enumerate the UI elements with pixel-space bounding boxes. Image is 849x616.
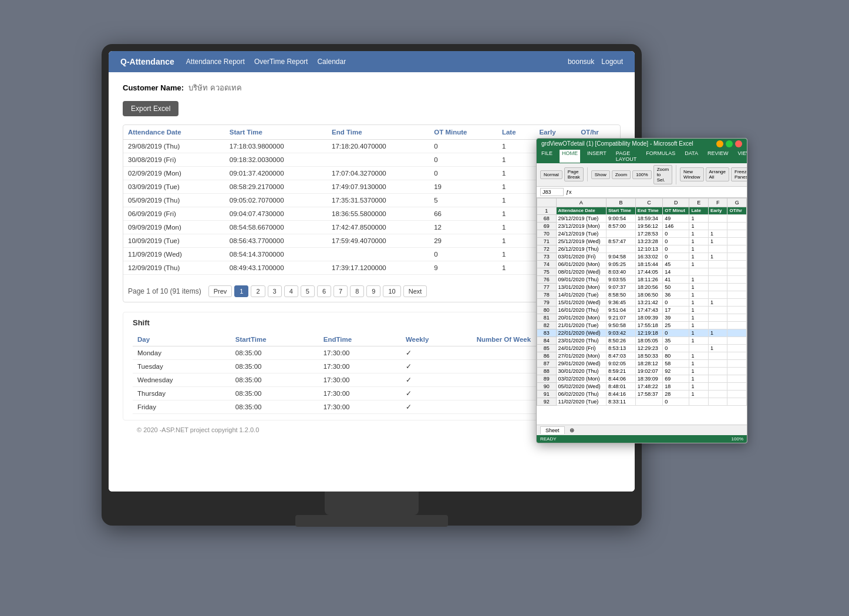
excel-cell-14-4[interactable]: 1 (689, 314, 709, 321)
excel-cell-1-2[interactable]: 18:59:34 (635, 214, 662, 222)
nav-calendar[interactable]: Calendar (317, 58, 346, 66)
excel-cell-16-1[interactable]: 9:03:42 (607, 329, 636, 336)
excel-cell-7-2[interactable]: 18:15:44 (635, 260, 662, 268)
excel-cell-5-3[interactable]: 0 (663, 245, 689, 253)
excel-cell-22-4[interactable]: 1 (689, 375, 709, 382)
excel-cell-8-3[interactable]: 14 (663, 268, 689, 275)
excel-cell-4-4[interactable]: 1 (689, 237, 709, 245)
excel-cell-14-6[interactable] (727, 314, 747, 321)
excel-cell-8-6[interactable] (727, 268, 747, 275)
excel-cell-10-4[interactable]: 1 (689, 283, 709, 291)
excel-cell-3-2[interactable]: 17:28:53 (635, 230, 662, 237)
excel-cell-21-4[interactable]: 1 (689, 367, 709, 375)
excel-cell-17-1[interactable]: 8:50:26 (607, 336, 636, 344)
normal-btn[interactable]: Normal (540, 170, 562, 179)
new-window-btn[interactable]: New Window (680, 167, 703, 181)
excel-cell-9-3[interactable]: 41 (663, 275, 689, 283)
excel-cell-3-6[interactable] (727, 230, 747, 237)
excel-cell-13-1[interactable]: 9:51:04 (607, 306, 636, 314)
excel-cell-25-3[interactable]: 0 (663, 398, 689, 405)
excel-cell-10-0[interactable]: 13/01/2020 (Mon) (556, 283, 607, 291)
excel-cell-18-3[interactable]: 0 (663, 344, 689, 352)
excel-cell-21-1[interactable]: 8:59:21 (607, 367, 636, 375)
excel-cell-17-0[interactable]: 23/01/2020 (Thu) (556, 336, 607, 344)
page-4-button[interactable]: 4 (284, 285, 298, 297)
excel-cell-8-1[interactable]: 8:03:40 (607, 268, 636, 275)
zoom100-btn[interactable]: 100% (632, 170, 651, 179)
prev-button[interactable]: Prev (208, 285, 233, 297)
excel-cell-13-5[interactable] (708, 306, 727, 314)
excel-cell-3-4[interactable]: 1 (689, 230, 709, 237)
excel-cell-16-3[interactable]: 0 (663, 329, 689, 336)
excel-cell-5-4[interactable]: 1 (689, 245, 709, 253)
excel-cell-4-3[interactable]: 0 (663, 237, 689, 245)
excel-cell-3-5[interactable]: 1 (708, 230, 727, 237)
excel-cell-14-0[interactable]: 20/01/2020 (Mon) (556, 314, 607, 321)
excel-cell-3-3[interactable]: 0 (663, 230, 689, 237)
excel-cell-18-1[interactable]: 8:53:13 (607, 344, 636, 352)
excel-cell-24-0[interactable]: 06/02/2020 (Thu) (556, 390, 607, 398)
excel-cell-5-5[interactable] (708, 245, 727, 253)
excel-cell-16-0[interactable]: 22/01/2020 (Wed) (556, 329, 607, 336)
excel-cell-17-2[interactable]: 18:05:05 (635, 336, 662, 344)
excel-cell-5-0[interactable]: 26/12/2019 (Thu) (556, 245, 607, 253)
excel-cell-22-1[interactable]: 8:44:06 (607, 375, 636, 382)
excel-cell-4-1[interactable]: 8:57:47 (607, 237, 636, 245)
excel-cell-24-2[interactable]: 17:58:37 (635, 390, 662, 398)
excel-cell-18-4[interactable] (689, 344, 709, 352)
page-break-btn[interactable]: Page Break (564, 167, 584, 181)
excel-cell-15-5[interactable] (708, 321, 727, 329)
nav-overtime-report[interactable]: OverTime Report (254, 58, 308, 66)
excel-cell-21-2[interactable]: 19:02:07 (635, 367, 662, 375)
menu-formulas[interactable]: FORMULAS (644, 150, 678, 163)
excel-cell-12-6[interactable] (727, 298, 747, 306)
minimize-button[interactable] (716, 140, 723, 147)
excel-cell-5-2[interactable]: 12:10:13 (635, 245, 662, 253)
excel-cell-23-0[interactable]: 05/02/2020 (Wed) (556, 382, 607, 390)
excel-cell-2-4[interactable]: 1 (689, 222, 709, 230)
excel-cell-9-2[interactable]: 18:11:26 (635, 275, 662, 283)
excel-cell-4-6[interactable] (727, 237, 747, 245)
excel-cell-16-6[interactable] (727, 329, 747, 336)
excel-cell-3-0[interactable]: 24/12/2019 (Tue) (556, 230, 607, 237)
excel-cell-25-0[interactable]: 11/02/2020 (Tue) (556, 398, 607, 405)
excel-cell-16-5[interactable]: 1 (708, 329, 727, 336)
excel-cell-1-4[interactable]: 1 (689, 214, 709, 222)
excel-cell-6-0[interactable]: 03/01/2020 (Fri) (556, 253, 607, 260)
excel-cell-20-6[interactable] (727, 359, 747, 367)
excel-cell-9-5[interactable] (708, 275, 727, 283)
excel-cell-22-3[interactable]: 69 (663, 375, 689, 382)
excel-cell-20-4[interactable]: 1 (689, 359, 709, 367)
excel-cell-17-4[interactable]: 1 (689, 336, 709, 344)
excel-cell-7-1[interactable]: 9:05:25 (607, 260, 636, 268)
excel-cell-4-0[interactable]: 25/12/2019 (Wed) (556, 237, 607, 245)
excel-cell-22-0[interactable]: 03/02/2020 (Mon) (556, 375, 607, 382)
excel-cell-6-6[interactable] (727, 253, 747, 260)
excel-cell-7-0[interactable]: 06/01/2020 (Mon) (556, 260, 607, 268)
excel-cell-11-2[interactable]: 18:06:50 (635, 291, 662, 298)
excel-cell-15-4[interactable]: 1 (689, 321, 709, 329)
excel-cell-15-3[interactable]: 25 (663, 321, 689, 329)
excel-cell-6-4[interactable]: 1 (689, 253, 709, 260)
excel-cell-6-3[interactable]: 0 (663, 253, 689, 260)
excel-cell-1-3[interactable]: 49 (663, 214, 689, 222)
excel-cell-5-1[interactable] (607, 245, 636, 253)
excel-cell-20-1[interactable]: 9:02:05 (607, 359, 636, 367)
excel-cell-18-6[interactable] (727, 344, 747, 352)
excel-cell-16-2[interactable]: 12:19:18 (635, 329, 662, 336)
excel-cell-2-2[interactable]: 19:56:12 (635, 222, 662, 230)
excel-cell-0-0[interactable]: Attendance Date (556, 207, 607, 214)
excel-cell-11-0[interactable]: 14/01/2020 (Tue) (556, 291, 607, 298)
excel-cell-6-2[interactable]: 16:33:02 (635, 253, 662, 260)
excel-cell-13-2[interactable]: 17:47:43 (635, 306, 662, 314)
excel-cell-9-1[interactable]: 9:03:55 (607, 275, 636, 283)
excel-cell-25-5[interactable] (708, 398, 727, 405)
excel-cell-7-3[interactable]: 45 (663, 260, 689, 268)
page-3-button[interactable]: 3 (268, 285, 282, 297)
excel-cell-0-3[interactable]: OT Minut (663, 207, 689, 214)
excel-cell-15-1[interactable]: 9:50:58 (607, 321, 636, 329)
excel-cell-19-0[interactable]: 27/01/2020 (Mon) (556, 352, 607, 359)
excel-cell-24-1[interactable]: 8:44:16 (607, 390, 636, 398)
excel-cell-16-4[interactable]: 1 (689, 329, 709, 336)
page-6-button[interactable]: 6 (317, 285, 331, 297)
